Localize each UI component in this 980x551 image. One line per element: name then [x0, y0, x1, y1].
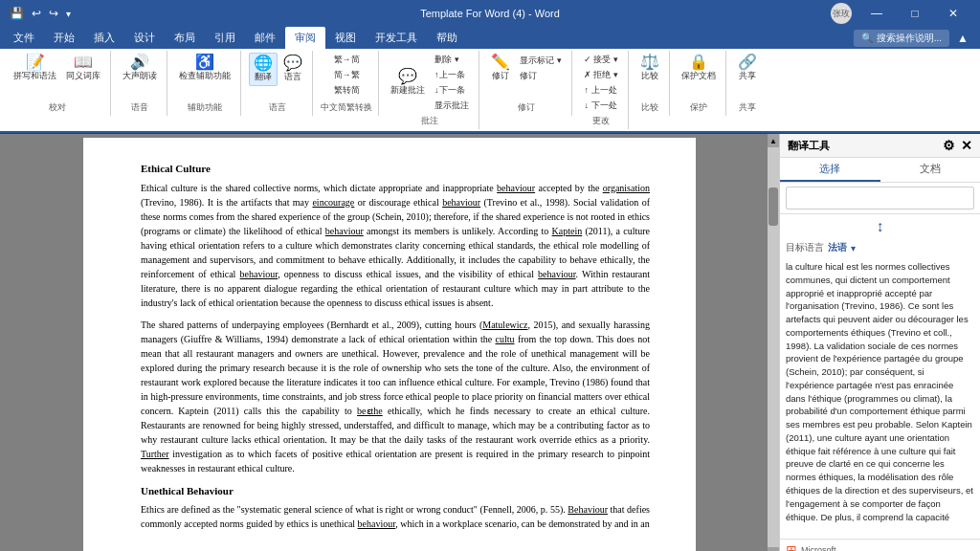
behaviour-underline-5: behaviour — [538, 269, 575, 279]
track-changes-button[interactable]: ✏️ 修订 — [487, 53, 514, 84]
fanjian-button[interactable]: 繁→简 — [330, 53, 364, 67]
show-markup-button[interactable]: 显示标记 ▾ — [516, 54, 566, 68]
translation-footer: ⊞ Microsoft — [780, 539, 980, 551]
tab-developer[interactable]: 开发工具 — [366, 27, 427, 49]
prev-change-button[interactable]: ↑ 上一处 — [581, 83, 621, 98]
maximize-button[interactable]: □ — [896, 0, 934, 27]
group-accessibility: ♿ 检查辅助功能 辅助功能 — [169, 51, 241, 116]
translation-source-input[interactable] — [786, 187, 974, 209]
reject-button[interactable]: ✗ 拒绝 ▾ — [580, 68, 622, 82]
share-icon: 🔗 — [738, 55, 757, 70]
save-button[interactable]: 💾 — [8, 5, 26, 22]
scroll-up-button[interactable]: ▲ — [768, 134, 779, 147]
speech-label: 语音 — [131, 101, 148, 114]
beathe-underline: beɛthe — [357, 406, 383, 416]
proofreading-buttons: 📝 拼写和语法 📖 同义词库 — [10, 53, 104, 84]
group-proofreading: 📝 拼写和语法 📖 同义词库 校对 — [4, 51, 111, 116]
title-bar: 💾 ↩ ↪ ▾ Template For Word (4) - Word 张玫 … — [0, 0, 980, 27]
tab-layout[interactable]: 布局 — [165, 27, 205, 49]
behaviour-underline-1: behaviour — [497, 183, 535, 193]
group-compare: ⚖️ 比较 比较 — [631, 51, 670, 116]
delete-comment-button[interactable]: 删除 ▾ — [431, 53, 473, 67]
customize-button[interactable]: ▾ — [64, 7, 73, 21]
read-aloud-button[interactable]: 🔊 大声朗读 — [119, 53, 161, 84]
tab-mailings[interactable]: 邮件 — [245, 27, 285, 49]
group-track-changes: ✏️ 修订 显示标记 ▾ 修订 修订 — [481, 51, 572, 116]
tab-help[interactable]: 帮助 — [427, 27, 467, 49]
protect-icon: 🔒 — [689, 55, 708, 70]
translation-panel-header: 翻译工具 ⚙ ✕ — [780, 134, 980, 158]
behaviour-underline-4: behaviour — [240, 269, 278, 279]
window-controls: — □ ✕ — [858, 0, 972, 27]
changes-label: 更改 — [592, 115, 610, 127]
kaptein-underline: Kaptein — [552, 226, 583, 236]
group-language: 🌐 翻译 💬 语言 语言 — [243, 51, 313, 116]
reviewing-pane-button[interactable]: 修订 — [516, 69, 566, 83]
ribbon-content: 📝 拼写和语法 📖 同义词库 校对 🔊 大声朗读 语音 — [0, 49, 980, 133]
group-chinese-convert: 繁→简 简→繁 繁转简 中文简繁转换 — [315, 51, 379, 116]
user-avatar[interactable]: 张玫 — [831, 3, 852, 24]
close-button[interactable]: ✕ — [934, 0, 972, 27]
tab-review[interactable]: 审阅 — [285, 27, 325, 49]
quick-access-toolbar: 💾 ↩ ↪ ▾ — [8, 5, 73, 22]
target-lang-value[interactable]: 法语 — [828, 241, 847, 254]
protect-label: 保护 — [690, 101, 707, 114]
translate-button[interactable]: 🌐 翻译 — [249, 53, 278, 86]
share-button[interactable]: 🔗 共享 — [734, 53, 761, 84]
language-button[interactable]: 💬 语言 — [279, 54, 306, 85]
new-comment-button[interactable]: 💬 新建批注 — [387, 67, 429, 99]
chinese-convert-label: 中文简繁转换 — [321, 101, 372, 114]
tab-select[interactable]: 选择 — [780, 158, 880, 182]
tab-home[interactable]: 开始 — [44, 27, 84, 49]
scroll-down-button[interactable]: ▼ — [768, 547, 779, 551]
accept-button[interactable]: ✓ 接受 ▾ — [580, 53, 622, 67]
behaviour-underline-7: behaviour — [358, 518, 396, 529]
thesaurus-icon: 📖 — [74, 55, 93, 70]
tab-insert[interactable]: 插入 — [84, 27, 124, 49]
accessibility-check-button[interactable]: ♿ 检查辅助功能 — [175, 53, 234, 84]
paragraph-3: Ethics are defined as the "systematic ge… — [141, 502, 650, 531]
tab-design[interactable]: 设计 — [124, 27, 165, 49]
prev-comment-button[interactable]: ↑上一条 — [431, 68, 473, 82]
next-change-button[interactable]: ↓ 下一处 — [581, 99, 621, 113]
minimize-button[interactable]: — — [858, 0, 896, 27]
group-comments: 💬 新建批注 删除 ▾ ↑上一条 ↓下一条 显示批注 批注 — [381, 51, 479, 129]
undo-button[interactable]: ↩ — [30, 5, 43, 22]
redo-button[interactable]: ↪ — [47, 5, 60, 22]
cultu-underline: cultu — [496, 334, 515, 344]
fanzhuanjian-button[interactable]: 繁转简 — [330, 83, 364, 98]
organisation-underline: organisation — [603, 183, 650, 193]
lang-dropdown-icon[interactable]: ▾ — [851, 243, 856, 253]
tab-view[interactable]: 视图 — [325, 27, 366, 49]
spelling-grammar-button[interactable]: 📝 拼写和语法 — [10, 53, 60, 84]
compare-button[interactable]: ⚖️ 比较 — [636, 53, 663, 84]
paragraph-2: The shared patterns of underpaying emplo… — [141, 318, 650, 475]
show-comments-button[interactable]: 显示批注 — [431, 99, 473, 113]
language-icon: 💬 — [283, 55, 302, 71]
protect-document-button[interactable]: 🔒 保护文档 — [678, 53, 720, 84]
accessibility-label: 辅助功能 — [188, 101, 222, 114]
matulewicz-underline: Matulewicz — [482, 320, 527, 330]
scroll-thumb[interactable] — [768, 187, 778, 226]
document-page[interactable]: Ethical Culture Ethical culture is the s… — [83, 138, 696, 551]
search-placeholder: 搜索操作说明... — [877, 32, 942, 45]
document-area[interactable]: Ethical Culture Ethical culture is the s… — [0, 134, 779, 551]
next-comment-button[interactable]: ↓下一条 — [431, 83, 473, 98]
spelling-icon: 📝 — [26, 55, 45, 70]
eincourage-underline: eincourage — [312, 197, 354, 208]
target-lang-label: 目标语言 — [786, 241, 824, 254]
settings-icon[interactable]: ⚙ — [943, 138, 955, 153]
thesaurus-button[interactable]: 📖 同义词库 — [62, 53, 104, 84]
tab-references[interactable]: 引用 — [205, 27, 245, 49]
turther-underline: Turther — [141, 449, 169, 459]
ribbon-minimize-button[interactable]: ▲ — [957, 32, 969, 45]
search-box[interactable]: 🔍 搜索操作说明... — [854, 30, 949, 47]
translate-arrow-icon: ↕ — [780, 214, 980, 239]
jianfan-button[interactable]: 简→繁 — [330, 68, 364, 82]
tab-file[interactable]: 文件 — [4, 27, 44, 49]
close-panel-button[interactable]: ✕ — [961, 138, 972, 153]
ribbon: 文件 开始 插入 设计 布局 引用 邮件 审阅 视图 开发工具 帮助 🔍 搜索操… — [0, 27, 980, 134]
behaviour-underline-3: behaviour — [325, 226, 364, 236]
tab-document[interactable]: 文档 — [880, 158, 981, 182]
vertical-scrollbar[interactable]: ▲ ▼ — [768, 134, 779, 551]
